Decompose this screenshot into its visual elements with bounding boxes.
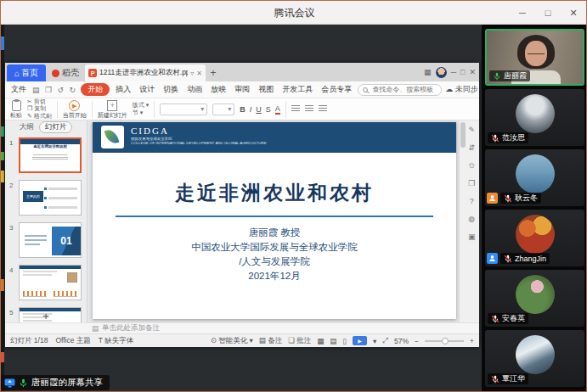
align-left-icon[interactable] <box>291 105 300 113</box>
mic-on-icon <box>19 378 28 388</box>
theme-name[interactable]: Office 主题 <box>55 336 90 346</box>
font-family-select[interactable]: ▾ <box>160 104 207 115</box>
close-icon[interactable]: ✕ <box>561 1 586 25</box>
comments-toggle[interactable]: ❏ 批注 <box>288 336 311 346</box>
zoom-in-button[interactable]: + <box>470 337 474 345</box>
menu-slideshow[interactable]: 放映 <box>208 83 229 96</box>
participant-tile[interactable]: ZhangJin <box>485 210 584 266</box>
menu-view[interactable]: 视图 <box>256 83 276 96</box>
slides-tab[interactable]: 幻灯片 <box>39 121 73 133</box>
wps-docer-tab[interactable]: 稻壳 <box>46 64 85 81</box>
participant-tile[interactable]: 范汝思 <box>485 89 584 146</box>
document-tab-title: 1211走进非洲农业和农村.pptx <box>99 68 188 78</box>
avatar <box>516 154 555 193</box>
close-tab-icon[interactable]: ✕ <box>196 70 202 77</box>
menu-file[interactable]: 文件 <box>8 83 29 96</box>
resource-panel-icon[interactable]: ◍ <box>468 215 476 223</box>
zoom-slider-knob[interactable] <box>442 338 449 344</box>
menu-transition[interactable]: 切换 <box>161 83 181 96</box>
screen-share-icon <box>4 378 15 388</box>
wps-maximize-icon[interactable]: □ <box>460 68 465 76</box>
menu-start[interactable]: 开始 <box>81 83 110 96</box>
effects-panel-icon[interactable]: ✩ <box>468 161 476 170</box>
image-panel-icon[interactable]: ▣ <box>468 232 476 241</box>
zoom-slider[interactable] <box>425 340 464 342</box>
search-input[interactable] <box>370 85 437 94</box>
docer-icon <box>52 70 59 77</box>
command-search[interactable] <box>358 84 442 96</box>
section-button[interactable]: 节 ▾ <box>133 109 149 117</box>
smart-beautify-button[interactable]: ⊙ 智能美化 ▾ <box>211 336 253 346</box>
copy-button[interactable]: ❐ 复制 <box>27 105 52 113</box>
quick-access-toolbar[interactable]: ▤ ❐ ↺ ↻ <box>32 86 77 94</box>
participant-name: 唐丽霞 <box>504 70 527 81</box>
cidga-logo <box>101 126 124 148</box>
zoom-percent[interactable]: 57% <box>394 337 409 345</box>
maximize-icon[interactable]: □ <box>535 1 561 25</box>
new-slide-button[interactable]: + 新建幻灯片 <box>98 100 127 119</box>
properties-panel-icon[interactable]: ⇵ <box>468 143 476 152</box>
divider <box>57 101 58 118</box>
play-from-current-button[interactable]: ▶ 当前开始 <box>63 100 87 119</box>
menu-animation[interactable]: 动画 <box>184 83 205 96</box>
slide-thumbnail-3[interactable]: 01 <box>19 222 82 258</box>
participant-tile[interactable]: 唐丽霞 <box>485 29 584 86</box>
play-options-caret[interactable]: ▾ <box>373 337 376 345</box>
italic-button[interactable]: I <box>250 105 252 114</box>
reading-view-icon[interactable]: ▯ <box>342 337 347 345</box>
outline-tab[interactable]: 大纲 <box>20 122 34 132</box>
help-panel-icon[interactable]: ? <box>468 197 476 205</box>
divider <box>154 101 155 118</box>
wps-document-tab[interactable]: P 1211走进非洲农业和农村.pptx ▿ ✕ <box>85 64 206 81</box>
menu-member[interactable]: 会员专享 <box>319 83 354 96</box>
participant-name: ZhangJin <box>515 255 546 263</box>
wps-home-tab[interactable]: ⌂ 首页 <box>7 64 46 81</box>
wps-account-avatar[interactable] <box>436 67 447 78</box>
fit-slide-icon[interactable]: ⤢ <box>382 336 388 345</box>
bold-button[interactable]: B <box>240 105 246 114</box>
sorter-view-icon[interactable]: ▤ <box>330 337 336 345</box>
participant-name: 安春英 <box>502 313 525 324</box>
vertical-scrollbar[interactable] <box>460 122 466 148</box>
home-icon: ⌂ <box>14 69 20 78</box>
minimize-icon[interactable]: ─ <box>510 1 535 25</box>
participant-tile[interactable]: 覃江华 <box>485 330 584 387</box>
participant-tile[interactable]: 安春英 <box>485 270 584 327</box>
bullet-list-icon[interactable] <box>319 105 327 113</box>
slideshow-play-button[interactable]: ▶ <box>353 336 367 345</box>
slide-canvas[interactable]: CIDGA 国际发展与全球农业学院 COLLEGE OF INTERNATION… <box>87 120 459 322</box>
wps-close-icon[interactable]: ✕ <box>469 68 476 76</box>
edit-panel-icon[interactable]: ✎ <box>468 126 476 134</box>
normal-view-icon[interactable]: ▦ <box>317 337 324 345</box>
menu-review[interactable]: 审阅 <box>232 83 252 96</box>
slide-thumbnail-4[interactable] <box>19 265 82 300</box>
participant-tile[interactable]: 耿云冬 <box>485 149 584 206</box>
font-size-select[interactable]: ▾ <box>212 104 234 115</box>
zoom-out-button[interactable]: − <box>415 337 419 345</box>
cut-button[interactable]: ✂ 剪切 <box>27 98 52 105</box>
align-center-icon[interactable] <box>305 105 313 113</box>
clipboard-panel-icon[interactable]: ❐ <box>468 179 476 188</box>
missing-fonts-button[interactable]: T 缺失字体 <box>99 336 133 346</box>
share-badge-label: 唐丽霞的屏幕共享 <box>31 377 103 389</box>
underline-button[interactable]: U <box>256 105 262 114</box>
pin-tab-icon[interactable]: ▿ <box>190 70 194 77</box>
menu-insert[interactable]: 插入 <box>113 83 133 96</box>
paste-button[interactable]: 粘贴 <box>10 100 22 119</box>
strikethrough-button[interactable]: S <box>266 105 271 114</box>
layout-button[interactable]: 版式 ▾ <box>133 102 149 109</box>
menu-devtools[interactable]: 开发工具 <box>279 83 315 96</box>
layout-grid-icon[interactable]: ▦ <box>424 68 432 76</box>
wps-minimize-icon[interactable]: ─ <box>451 68 456 76</box>
format-painter-button[interactable]: ✎ 格式刷 <box>27 113 52 120</box>
slide-thumbnail-2[interactable]: 主要内容 <box>19 180 82 216</box>
font-color-button[interactable]: A <box>275 104 280 115</box>
slide-thumbnail-1[interactable]: 走近非洲农业和农村 <box>19 137 82 173</box>
cloud-sync-status[interactable]: ☁ 未同步 <box>445 84 478 95</box>
menu-design[interactable]: 设计 <box>137 83 157 96</box>
current-slide[interactable]: CIDGA 国际发展与全球农业学院 COLLEGE OF INTERNATION… <box>93 122 456 319</box>
notes-toggle[interactable]: ▤ 备注 <box>259 336 282 346</box>
add-slide-button[interactable]: + <box>5 311 87 322</box>
notes-bar[interactable]: ▤ 单击此处添加备注 <box>5 322 479 333</box>
new-tab-icon[interactable]: + <box>206 64 221 81</box>
